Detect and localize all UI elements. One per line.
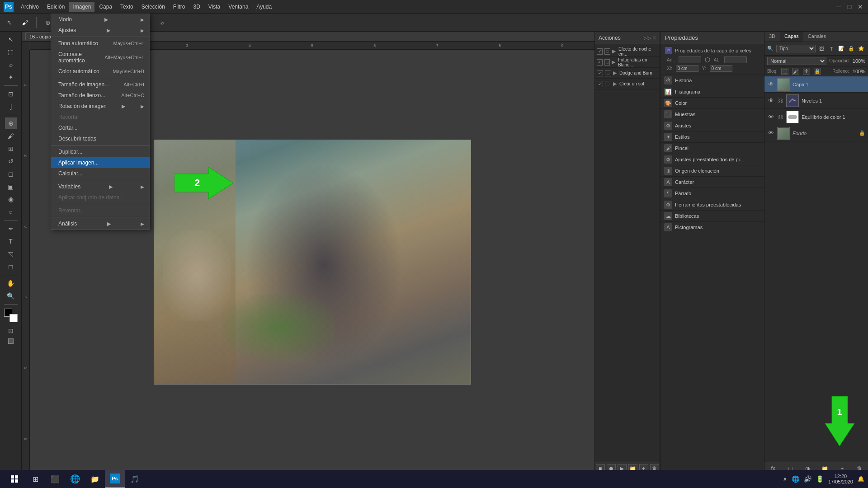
prop-herramientas[interactable]: ⚙ Herramientas preestablecidas xyxy=(660,199,764,211)
layer-vis-icon-2[interactable]: 👁 xyxy=(767,113,774,121)
blend-mode-select[interactable]: Normal xyxy=(767,57,826,65)
taskbar-app[interactable]: 🎵 xyxy=(125,470,145,488)
menu-edicion[interactable]: Edición xyxy=(43,2,68,12)
menu-item-tamano-lienzo[interactable]: Tamaño de lienzo... Alt+Ctrl+C xyxy=(51,90,150,101)
tool-quick-mask[interactable]: ⊡ xyxy=(5,325,17,337)
menu-ventana[interactable]: Ventana xyxy=(225,2,252,12)
acciones-item-1[interactable]: □ ▶ Fotografías en Blanc... xyxy=(595,57,660,68)
menu-item-color-auto[interactable]: Color automático Mayús+Ctrl+B xyxy=(51,66,150,77)
tool-dodge[interactable]: ○ xyxy=(5,206,17,218)
tool-magic-wand[interactable]: ✦ xyxy=(5,71,17,83)
prop-estilos[interactable]: ✦ Estilos xyxy=(660,131,764,143)
prop-muestras[interactable]: ⬛ Muestras xyxy=(660,109,764,120)
prop-caracter[interactable]: A Carácter xyxy=(660,177,764,188)
layer-equilibrio1[interactable]: 👁 ⛓ Equilibrio de color 1 xyxy=(764,109,868,125)
tray-clock[interactable]: 12:20 17/05/2020 xyxy=(828,474,853,484)
layer-tool-a[interactable]: 🖼 xyxy=(817,45,826,53)
menu-seleccion[interactable]: Selección xyxy=(138,2,169,12)
tab-capas[interactable]: Capas xyxy=(780,32,803,42)
layer-fondo[interactable]: 👁 Fondo 🔒 xyxy=(764,125,868,141)
tool-shape[interactable]: ◻ xyxy=(5,261,17,272)
menu-item-aplicar-imagen[interactable]: Aplicar imagen... xyxy=(51,157,150,168)
tool-brush[interactable]: 🖌 xyxy=(19,17,31,28)
taskbar-search[interactable]: ⊞ xyxy=(25,470,45,488)
tool-d[interactable]: ⌀ xyxy=(156,17,168,28)
menu-item-variables[interactable]: Variables ▶ xyxy=(51,181,150,192)
prop-pictogramas[interactable]: A Pictogramas xyxy=(660,222,764,233)
tool-text[interactable]: T xyxy=(5,235,17,247)
prop-color[interactable]: 🎨 Color xyxy=(660,98,764,109)
menu-item-contraste-auto[interactable]: Contraste automático Alt+Mayús+Ctrl+L xyxy=(51,49,150,66)
layer-tool-d[interactable]: 🔒 xyxy=(847,45,855,53)
lock-transparent-btn[interactable]: ⬚ xyxy=(781,68,788,75)
layer-type-select[interactable]: Tipo xyxy=(776,45,816,52)
color-swatches[interactable] xyxy=(4,309,18,322)
tool-pen[interactable]: ✒ xyxy=(5,223,17,235)
tool-gradient[interactable]: ▣ xyxy=(5,181,17,192)
layer-vis-icon-1[interactable]: 👁 xyxy=(767,97,774,104)
layer-tool-b[interactable]: T xyxy=(827,45,835,53)
lock-all-btn[interactable]: 🔒 xyxy=(814,68,821,75)
prop-pincel[interactable]: 🖌 Pincel xyxy=(660,143,764,154)
prop-ajustes-preestablecidos[interactable]: ⚙ Ajustes preestablecidos de pi... xyxy=(660,154,764,165)
menu-item-tono-auto[interactable]: Tono automático Mayús+Ctrl+L xyxy=(51,38,150,49)
menu-item-descubrir[interactable]: Descubrir todas xyxy=(51,133,150,144)
screen-mode-btn[interactable] xyxy=(8,338,14,344)
layer-capa1[interactable]: 👁 Capa 1 xyxy=(764,76,868,93)
tool-brush-main[interactable]: 🖌 xyxy=(5,130,17,142)
acciones-item-3[interactable]: □ ▶ Crear un sol xyxy=(595,79,660,89)
tool-lasso[interactable]: ⌕ xyxy=(5,59,17,70)
tool-marquee[interactable]: ⬚ xyxy=(5,46,17,58)
maximize-button[interactable]: □ xyxy=(845,3,854,11)
y-input[interactable] xyxy=(710,65,732,72)
tray-network[interactable]: 🌐 xyxy=(792,475,799,483)
menu-item-tamano-imagen[interactable]: Tamaño de imagen... Alt+Ctrl+I xyxy=(51,79,150,90)
acciones-menu-icon[interactable]: ≡ xyxy=(653,35,656,41)
taskbar-ps-active[interactable]: Ps xyxy=(105,470,125,488)
taskbar-edge[interactable]: 🌐 xyxy=(65,470,85,488)
tool-eyedropper[interactable]: ⌋ xyxy=(5,101,17,113)
lock-position-btn[interactable]: ✛ xyxy=(803,68,810,75)
taskbar-taskview[interactable]: ⬛ xyxy=(45,470,65,488)
prop-historia[interactable]: ⏱ Historia xyxy=(660,75,764,86)
layer-vis-icon-3[interactable]: 👁 xyxy=(767,130,774,137)
acciones-check-1[interactable] xyxy=(597,59,603,66)
menu-item-modo[interactable]: Modo ▶ xyxy=(51,14,150,25)
tool-selector[interactable]: ↖ xyxy=(4,17,15,28)
menu-item-rotacion[interactable]: Rotación de imagen ▶ xyxy=(51,101,150,112)
prop-origen-clonacion[interactable]: ⊕ Origen de clonación xyxy=(660,165,764,177)
menu-item-ajustes[interactable]: Ajustes ▶ xyxy=(51,25,150,36)
al-input[interactable] xyxy=(724,56,747,63)
taskbar-explorer[interactable]: 📁 xyxy=(85,470,105,488)
prop-histograma[interactable]: 📊 Histograma xyxy=(660,86,764,98)
acciones-check-0[interactable] xyxy=(597,48,603,55)
menu-capa[interactable]: Capa xyxy=(95,2,116,12)
layer-niveles1[interactable]: 👁 ⛓ Niveles 1 xyxy=(764,93,868,109)
acciones-check-2[interactable] xyxy=(597,70,603,76)
layer-tool-c[interactable]: 📝 xyxy=(837,45,845,53)
tray-battery[interactable]: 🔋 xyxy=(816,475,824,483)
tool-crop[interactable]: ⊡ xyxy=(5,88,17,100)
menu-texto[interactable]: Texto xyxy=(117,2,137,12)
acciones-item-0[interactable]: □ ▶ Efecto de noche en... xyxy=(595,46,660,57)
acciones-check-3[interactable] xyxy=(597,81,603,87)
tab-canales[interactable]: Canales xyxy=(803,32,830,42)
background-color[interactable] xyxy=(9,314,18,322)
menu-3d[interactable]: 3D xyxy=(189,2,203,12)
prop-bibliotecas[interactable]: ☁ Bibliotecas xyxy=(660,211,764,222)
layer-tool-e[interactable]: ⭐ xyxy=(857,45,865,53)
prop-parrafo[interactable]: ¶ Párrafo xyxy=(660,188,764,199)
tool-move[interactable]: ↖ xyxy=(5,33,17,45)
tool-blur[interactable]: ◉ xyxy=(5,193,17,205)
tab-3d[interactable]: 3D xyxy=(764,32,780,42)
minimize-button[interactable]: ─ xyxy=(835,3,843,11)
menu-item-cortar[interactable]: Cortar... xyxy=(51,122,150,133)
tool-stamp[interactable]: ⊞ xyxy=(5,143,17,155)
tool-heal[interactable]: ⊕ xyxy=(5,117,17,129)
layer-vis-icon-0[interactable]: 👁 xyxy=(767,81,774,88)
start-button[interactable] xyxy=(4,470,25,488)
lock-image-btn[interactable]: 🖌 xyxy=(792,68,799,75)
acciones-item-2[interactable]: □ ▶ Dodge and Burn xyxy=(595,68,660,79)
tool-history-brush[interactable]: ↺ xyxy=(5,155,17,167)
tool-hand[interactable]: ✋ xyxy=(5,277,17,289)
